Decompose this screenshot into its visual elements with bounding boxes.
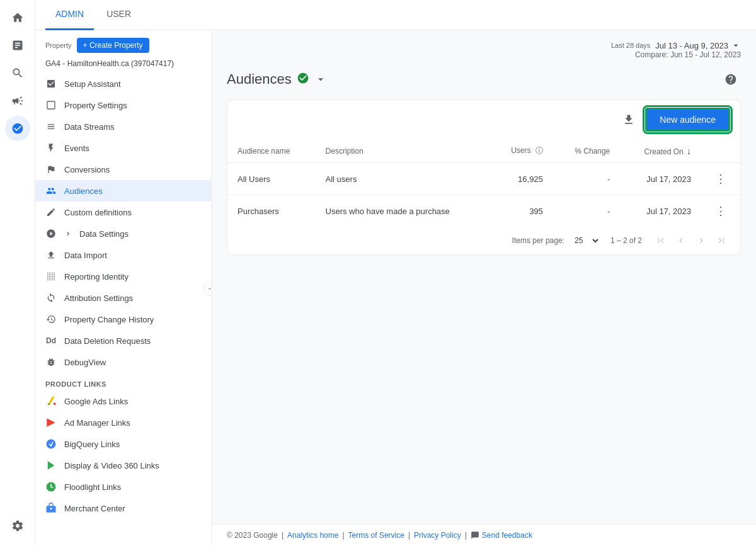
custom-definitions-label: Custom definitions <box>64 208 132 217</box>
users-info-icon[interactable]: ⓘ <box>536 146 543 155</box>
prev-page-button[interactable] <box>672 232 690 249</box>
date-range-button[interactable]: Last 28 days Jul 13 - Aug 9, 2023 Compar… <box>611 40 741 59</box>
expand-icon <box>64 230 72 237</box>
date-range-compare: Compare: Jun 15 - Jul 12, 2023 <box>635 50 741 59</box>
property-label: Property <box>45 42 72 49</box>
footer-terms[interactable]: Terms of Service <box>348 531 404 540</box>
sidebar-item-data-import[interactable]: Data Import <box>35 244 211 266</box>
first-page-button[interactable] <box>652 232 670 249</box>
ad-manager-icon <box>45 417 57 428</box>
date-header: Last 28 days Jul 13 - Aug 9, 2023 Compar… <box>227 40 741 59</box>
ad-manager-label: Ad Manager Links <box>64 418 130 428</box>
sidebar-item-bigquery-links[interactable]: BigQuery Links <box>35 433 211 455</box>
nav-advertising[interactable] <box>5 88 30 113</box>
footer-analytics-home[interactable]: Analytics home <box>287 531 338 540</box>
sidebar-item-property-settings[interactable]: Property Settings <box>35 94 211 116</box>
date-range-main: Last 28 days Jul 13 - Aug 9, 2023 <box>611 40 741 50</box>
main-wrapper: ADMIN USER Property + Create Property GA… <box>35 0 756 546</box>
page-title-area: Audiences <box>227 71 327 88</box>
col-users: Users ⓘ <box>490 139 553 163</box>
data-streams-icon <box>45 121 57 132</box>
items-per-page-label: Items per page: <box>512 236 564 245</box>
col-audience-name: Audience name <box>227 139 316 163</box>
svg-rect-0 <box>47 101 55 109</box>
setup-assistant-label: Setup Assistant <box>64 79 121 89</box>
sidebar-item-attribution-settings[interactable]: Attribution Settings <box>35 287 211 309</box>
sidebar-item-property-change-history[interactable]: Property Change History <box>35 309 211 330</box>
events-label: Events <box>64 144 89 153</box>
footer-copyright: © 2023 Google <box>227 531 278 540</box>
sidebar-item-conversions[interactable]: Conversions <box>35 159 211 180</box>
data-deletion-icon: Dd <box>45 335 57 346</box>
page-header: Audiences <box>227 69 741 89</box>
reporting-identity-label: Reporting Identity <box>64 272 129 282</box>
create-property-button[interactable]: + Create Property <box>77 38 149 53</box>
product-links-section-label: PRODUCT LINKS <box>35 373 211 390</box>
sidebar-item-google-ads-links[interactable]: Google Ads Links <box>35 390 211 412</box>
footer-privacy[interactable]: Privacy Policy <box>414 531 461 540</box>
row-more-button[interactable]: ⋮ <box>711 203 730 219</box>
download-button[interactable] <box>617 108 640 131</box>
sort-icon[interactable]: ↓ <box>687 146 691 156</box>
events-icon <box>45 142 57 154</box>
property-change-history-icon <box>45 314 57 325</box>
sidebar: Property + Create Property GA4 - Hamilto… <box>35 30 212 546</box>
feedback-icon <box>471 531 479 540</box>
title-dropdown-button[interactable] <box>314 73 327 86</box>
audiences-icon <box>45 185 57 196</box>
users-cell: 16,925 <box>490 163 553 195</box>
nav-rail <box>0 0 35 546</box>
sidebar-item-setup-assistant[interactable]: Setup Assistant <box>35 73 211 94</box>
page-info: 1 – 2 of 2 <box>610 236 642 245</box>
nav-admin[interactable] <box>5 116 30 141</box>
property-settings-icon <box>45 100 57 111</box>
sidebar-item-display-video-360[interactable]: Display & Video 360 Links <box>35 455 211 476</box>
sidebar-item-audiences[interactable]: Audiences <box>35 180 211 202</box>
help-icon-button[interactable] <box>721 69 741 89</box>
debug-view-label: DebugView <box>64 358 106 367</box>
next-page-button[interactable] <box>692 232 710 249</box>
page-nav <box>652 232 730 249</box>
row-more-button[interactable]: ⋮ <box>711 171 730 187</box>
last-page-button[interactable] <box>713 232 730 249</box>
google-ads-icon <box>45 395 57 407</box>
footer-send-feedback[interactable]: Send feedback <box>482 531 532 540</box>
property-change-history-label: Property Change History <box>64 315 154 324</box>
sidebar-item-data-deletion-requests[interactable]: Dd Data Deletion Requests <box>35 330 211 351</box>
audiences-label: Audiences <box>64 186 103 196</box>
floodlight-label: Floodlight Links <box>64 482 121 492</box>
sidebar-item-data-settings[interactable]: Data Settings <box>35 223 211 244</box>
custom-definitions-icon <box>45 207 57 218</box>
nav-explore[interactable] <box>5 60 30 86</box>
top-tabs: ADMIN USER <box>35 0 756 30</box>
data-import-icon <box>45 249 57 261</box>
pct-change-cell: - <box>553 195 620 227</box>
nav-reports[interactable] <box>5 33 30 58</box>
nav-home[interactable] <box>5 5 30 30</box>
pct-change-cell: - <box>553 163 620 195</box>
row-actions-cell: ⋮ <box>701 163 740 195</box>
created-on-cell: Jul 17, 2023 <box>620 195 701 227</box>
tab-user[interactable]: USER <box>96 0 141 30</box>
row-actions-cell: ⋮ <box>701 195 740 227</box>
tab-admin[interactable]: ADMIN <box>45 0 94 30</box>
sidebar-item-reporting-identity[interactable]: Reporting Identity <box>35 266 211 287</box>
new-audience-button[interactable]: New audience <box>645 108 730 132</box>
per-page-select[interactable]: 25 50 100 <box>570 234 600 247</box>
last-days-label: Last 28 days <box>611 42 650 49</box>
sidebar-item-events[interactable]: Events <box>35 137 211 159</box>
sidebar-item-debug-view[interactable]: DebugView <box>35 351 211 373</box>
sidebar-item-ad-manager-links[interactable]: Ad Manager Links <box>35 412 211 433</box>
sidebar-item-merchant-center[interactable]: Merchant Center <box>35 498 211 519</box>
svg-point-1 <box>54 402 56 405</box>
nav-settings[interactable] <box>5 513 30 538</box>
col-actions <box>701 139 740 163</box>
svg-point-6 <box>50 508 52 509</box>
sidebar-item-floodlight-links[interactable]: Floodlight Links <box>35 476 211 498</box>
debug-view-icon <box>45 356 57 368</box>
sidebar-item-data-streams[interactable]: Data Streams <box>35 116 211 137</box>
sidebar-item-custom-definitions[interactable]: Custom definitions <box>35 202 211 223</box>
pagination-row: Items per page: 25 50 100 1 – 2 of 2 <box>227 227 740 254</box>
users-cell: 395 <box>490 195 553 227</box>
setup-assistant-icon <box>45 78 57 89</box>
